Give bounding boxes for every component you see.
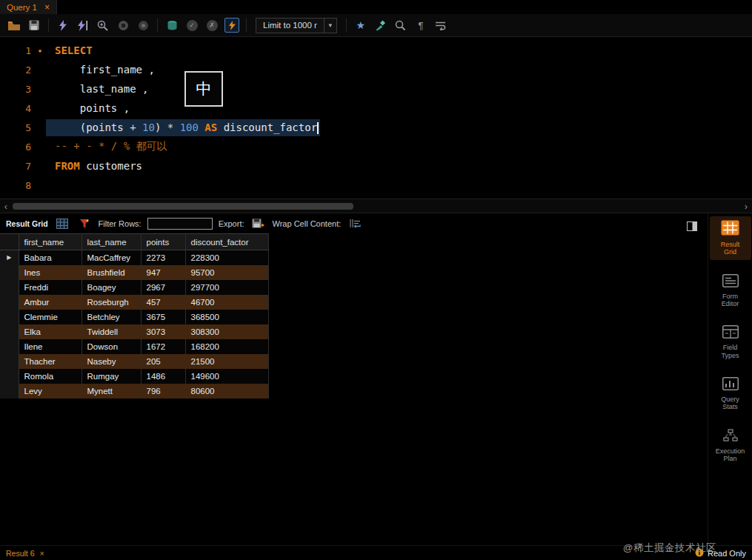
table-cell[interactable]: 46700 (185, 295, 268, 310)
save-snippet-icon[interactable]: ★ (353, 17, 369, 33)
editor-horizontal-scrollbar[interactable]: ‹ › (0, 199, 752, 213)
row-selector-cell[interactable] (0, 369, 19, 384)
table-cell[interactable]: Ines (19, 265, 81, 280)
grid-view-icon[interactable] (54, 216, 70, 232)
table-cell[interactable]: 228300 (185, 250, 268, 265)
chevron-down-icon[interactable]: ▾ (324, 19, 336, 33)
table-row[interactable]: InesBrushfield94795700 (0, 265, 268, 280)
row-selector-cell[interactable] (0, 310, 19, 324)
limit-rows-dropdown[interactable]: Limit to 1000 r ▾ (256, 18, 337, 33)
table-cell[interactable]: 3073 (141, 324, 185, 339)
show-invisibles-icon[interactable]: ¶ (413, 17, 429, 33)
row-selector-cell[interactable] (0, 324, 19, 339)
editor-line[interactable]: 7FROM customers (0, 156, 752, 176)
execute-current-statement-icon[interactable] (75, 17, 91, 33)
table-cell[interactable]: Ilene (19, 339, 81, 354)
table-cell[interactable]: Clemmie (19, 310, 81, 324)
table-cell[interactable]: 308300 (185, 324, 268, 339)
table-cell[interactable]: Elka (19, 324, 81, 339)
table-cell[interactable]: Mynett (81, 384, 141, 399)
scroll-right-icon[interactable]: › (740, 199, 752, 213)
toggle-stop-on-error-icon[interactable] (135, 17, 151, 33)
result-tab[interactable]: Result 6 × (6, 549, 44, 558)
table-cell[interactable]: Roseburgh (81, 295, 141, 310)
column-header-discount_factor[interactable]: discount_factor (185, 234, 268, 250)
scrollbar-thumb[interactable] (13, 203, 353, 210)
editor-line[interactable]: 3 last_name , (0, 79, 752, 99)
table-cell[interactable]: Dowson (81, 339, 141, 354)
table-cell[interactable]: Babara (19, 250, 81, 265)
filter-rows-input[interactable] (147, 218, 213, 230)
table-cell[interactable]: 368500 (185, 310, 268, 324)
code-text[interactable]: FROM customers (46, 158, 144, 174)
table-cell[interactable]: Betchley (81, 310, 141, 324)
table-row[interactable]: ▶BabaraMacCaffrey2273228300 (0, 250, 268, 265)
editor-line[interactable]: 2 first_name , (0, 60, 752, 79)
beautify-query-icon[interactable] (373, 17, 389, 33)
table-cell[interactable]: 205 (141, 354, 185, 369)
table-cell[interactable]: 168200 (185, 339, 268, 354)
stop-query-icon[interactable] (115, 17, 131, 33)
panel-field-types[interactable]: FieldTypes (710, 321, 751, 363)
table-cell[interactable]: Twiddell (81, 324, 141, 339)
toggle-autocommit-icon[interactable] (224, 17, 240, 33)
code-text[interactable]: first_name , (46, 61, 156, 78)
find-icon[interactable] (393, 17, 409, 33)
table-cell[interactable]: Freddi (19, 280, 81, 295)
row-selector-cell[interactable] (0, 339, 19, 354)
column-header-last_name[interactable]: last_name (81, 234, 141, 250)
table-cell[interactable]: Naseby (81, 354, 141, 369)
code-text[interactable]: (points + 10) * 100 AS discount_factor (46, 119, 320, 136)
table-cell[interactable]: 3675 (141, 310, 185, 324)
table-cell[interactable]: Romola (19, 369, 81, 384)
editor-line[interactable]: 4 points , (0, 99, 752, 118)
table-cell[interactable]: Rumgay (81, 369, 141, 384)
wrap-cell-content-icon[interactable] (347, 216, 363, 232)
table-cell[interactable]: 1672 (141, 339, 185, 354)
result-grid[interactable]: first_namelast_namepointsdiscount_factor… (0, 233, 708, 545)
row-selector-cell[interactable] (0, 354, 19, 369)
result-tab-close-icon[interactable]: × (40, 549, 44, 558)
row-selector-cell[interactable] (0, 280, 19, 295)
table-cell[interactable]: MacCaffrey (81, 250, 141, 265)
code-text[interactable]: last_name , (46, 81, 150, 97)
side-panel-toggle-icon[interactable] (684, 218, 700, 234)
schema-icon[interactable] (164, 17, 180, 33)
commit-icon[interactable]: ✓ (184, 17, 200, 33)
table-cell[interactable]: Thacher (19, 354, 81, 369)
filter-icon[interactable] (76, 216, 93, 232)
panel-result-grid[interactable]: ResultGrid (710, 216, 751, 260)
table-row[interactable]: IleneDowson1672168200 (0, 339, 268, 354)
table-cell[interactable]: 2273 (141, 250, 185, 265)
editor-line[interactable]: 1●SELECT (0, 41, 752, 60)
table-row[interactable]: ThacherNaseby20521500 (0, 354, 268, 369)
panel-query-stats[interactable]: QueryStats (710, 373, 751, 415)
code-text[interactable]: -- + - * / % 都可以 (46, 138, 169, 156)
table-cell[interactable]: 297700 (185, 280, 268, 295)
table-row[interactable]: ElkaTwiddell3073308300 (0, 324, 268, 339)
table-cell[interactable]: 21500 (185, 354, 268, 369)
table-cell[interactable]: 947 (141, 265, 185, 280)
table-cell[interactable]: 796 (141, 384, 185, 399)
table-row[interactable]: RomolaRumgay1486149600 (0, 369, 268, 384)
editor-line[interactable]: 5 (points + 10) * 100 AS discount_factor (0, 118, 752, 137)
table-row[interactable]: ClemmieBetchley3675368500 (0, 310, 268, 324)
table-cell[interactable]: Ambur (19, 295, 81, 310)
export-icon[interactable] (250, 216, 267, 232)
editor-line[interactable]: 6-- + - * / % 都可以 (0, 137, 752, 156)
table-row[interactable]: FreddiBoagey2967297700 (0, 280, 268, 295)
code-text[interactable]: SELECT (46, 42, 94, 59)
table-cell[interactable]: Levy (19, 384, 81, 399)
execute-icon[interactable] (55, 17, 71, 33)
column-header-first_name[interactable]: first_name (19, 234, 81, 250)
code-text[interactable]: points , (46, 100, 131, 116)
row-selector-cell[interactable] (0, 384, 19, 399)
open-script-icon[interactable] (6, 17, 22, 33)
table-cell[interactable]: 95700 (185, 265, 268, 280)
table-cell[interactable]: 149600 (185, 369, 268, 384)
row-selector-cell[interactable] (0, 265, 19, 280)
table-cell[interactable]: Boagey (81, 280, 141, 295)
row-selector-cell[interactable]: ▶ (0, 250, 19, 265)
wrap-text-icon[interactable] (433, 17, 449, 33)
editor-line[interactable]: 8 (0, 176, 752, 195)
